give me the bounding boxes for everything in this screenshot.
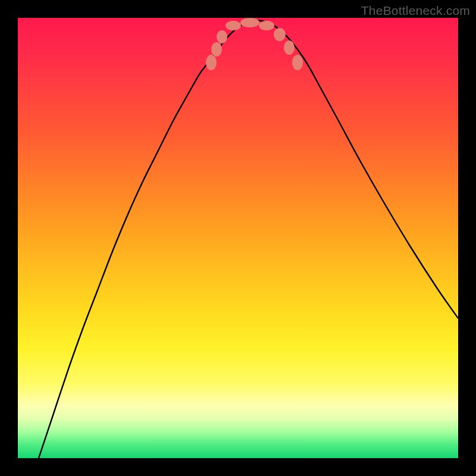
curve-marker	[274, 28, 286, 41]
curve-marker	[259, 21, 274, 30]
bottleneck-curve	[39, 20, 458, 458]
curve-marker	[292, 55, 303, 70]
curve-svg	[18, 18, 458, 458]
watermark-text: TheBottleneck.com	[361, 4, 470, 18]
curve-marker	[217, 30, 227, 43]
curve-marker	[206, 55, 217, 70]
curve-marker	[226, 21, 241, 30]
curve-marker	[240, 18, 259, 27]
plot-area	[18, 18, 458, 458]
curve-marker	[211, 42, 222, 57]
curve-marker	[284, 40, 295, 55]
chart-frame: TheBottleneck.com	[0, 0, 476, 476]
